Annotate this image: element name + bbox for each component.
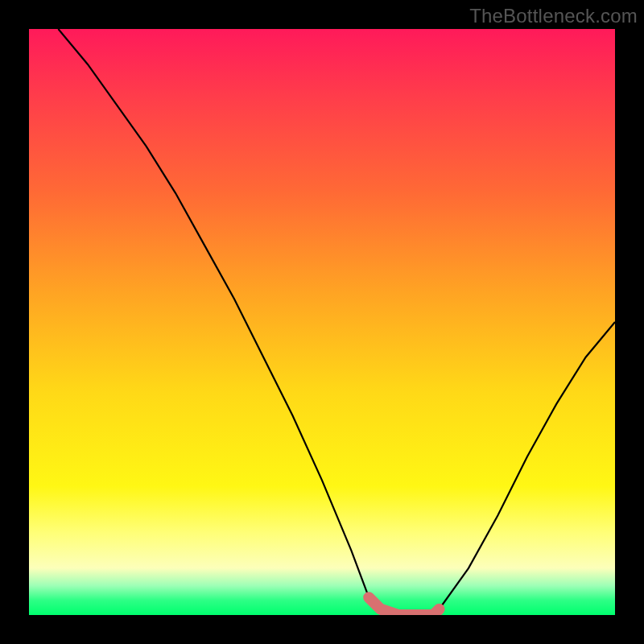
optimal-zone-marker — [369, 597, 439, 615]
chart-frame: TheBottleneck.com — [0, 0, 644, 644]
curve-layer — [29, 29, 615, 615]
plot-area — [29, 29, 615, 615]
bottleneck-curve — [58, 29, 615, 615]
watermark-text: TheBottleneck.com — [469, 5, 638, 27]
